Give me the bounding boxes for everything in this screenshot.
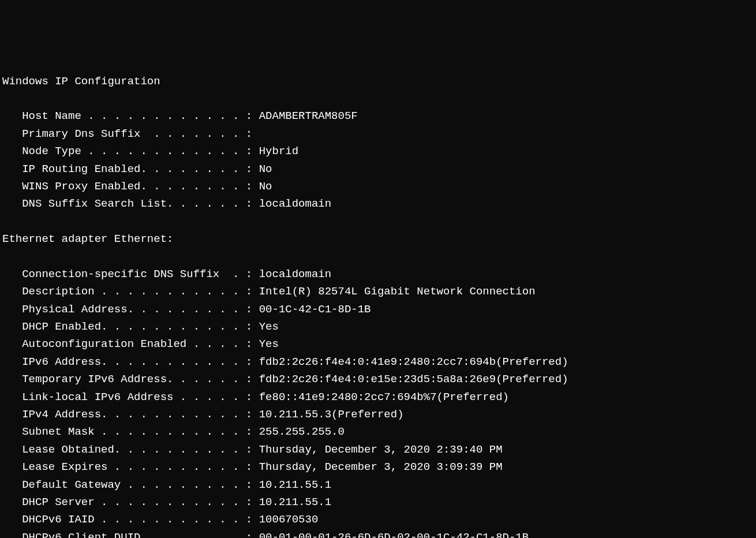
field-label: Link-local IPv6 Address . . . . . : bbox=[2, 391, 259, 404]
field-label: Lease Expires . . . . . . . . . . : bbox=[2, 461, 259, 473]
field-label: Node Type . . . . . . . . . . . . : bbox=[2, 145, 259, 158]
host-name-value: ADAMBERTRAM805F bbox=[259, 110, 358, 122]
field-label: DHCPv6 Client DUID. . . . . . . . : bbox=[2, 531, 259, 538]
field-label: Physical Address. . . . . . . . . : bbox=[2, 303, 259, 316]
field-label: Host Name . . . . . . . . . . . . : bbox=[2, 110, 259, 122]
dhcpv6-iaid-value: 100670530 bbox=[259, 513, 319, 526]
lease-obtained-value: Thursday, December 3, 2020 2:39:40 PM bbox=[259, 443, 503, 456]
lease-expires-value: Thursday, December 3, 2020 3:09:39 PM bbox=[259, 461, 503, 473]
field-label: DHCPv6 IAID . . . . . . . . . . . : bbox=[2, 513, 259, 526]
field-label: DNS Suffix Search List. . . . . . : bbox=[2, 197, 259, 210]
field-label: DHCP Server . . . . . . . . . . . : bbox=[2, 496, 259, 509]
field-label: WINS Proxy Enabled. . . . . . . . : bbox=[2, 180, 259, 193]
ip-routing-enabled-value: No bbox=[259, 163, 272, 175]
dhcp-enabled-value: Yes bbox=[259, 320, 279, 333]
field-label: IPv4 Address. . . . . . . . . . . : bbox=[2, 408, 259, 421]
field-label: DHCP Enabled. . . . . . . . . . . : bbox=[2, 320, 259, 333]
ipv6-address-value: fdb2:2c26:f4e4:0:41e9:2480:2cc7:694b(Pre… bbox=[259, 356, 568, 368]
subnet-mask-value: 255.255.255.0 bbox=[259, 425, 345, 438]
dhcpv6-client-duid-value: 00-01-00-01-26-6D-6D-02-00-1C-42-C1-8D-1… bbox=[259, 531, 529, 538]
field-label: IPv6 Address. . . . . . . . . . . : bbox=[2, 356, 259, 368]
field-label: Temporary IPv6 Address. . . . . . : bbox=[2, 373, 259, 386]
dhcp-server-value: 10.211.55.1 bbox=[259, 496, 331, 509]
field-label: IP Routing Enabled. . . . . . . . : bbox=[2, 163, 259, 175]
dns-suffix-search-list-value: localdomain bbox=[259, 197, 331, 210]
conn-dns-suffix-value: localdomain bbox=[259, 268, 331, 281]
section-title-ethernet: Ethernet adapter Ethernet: bbox=[2, 233, 173, 245]
ipv4-address-value: 10.211.55.3(Preferred) bbox=[259, 408, 404, 421]
node-type-value: Hybrid bbox=[259, 145, 298, 158]
physical-address-value: 00-1C-42-C1-8D-1B bbox=[259, 303, 371, 316]
field-label: Subnet Mask . . . . . . . . . . . : bbox=[2, 425, 259, 438]
field-label: Connection-specific DNS Suffix . : bbox=[2, 268, 259, 281]
default-gateway-value: 10.211.55.1 bbox=[259, 479, 331, 491]
description-value: Intel(R) 82574L Gigabit Network Connecti… bbox=[259, 285, 536, 298]
temp-ipv6-address-value: fdb2:2c26:f4e4:0:e15e:23d5:5a8a:26e9(Pre… bbox=[259, 373, 568, 386]
field-label: Description . . . . . . . . . . . : bbox=[2, 285, 259, 298]
link-local-ipv6-value: fe80::41e9:2480:2cc7:694b%7(Preferred) bbox=[259, 391, 509, 404]
field-label: Primary Dns Suffix . . . . . . . : bbox=[2, 128, 252, 140]
section-title-ipconfig: Windows IP Configuration bbox=[2, 75, 160, 88]
wins-proxy-enabled-value: No bbox=[259, 180, 272, 193]
field-label: Default Gateway . . . . . . . . . : bbox=[2, 479, 259, 491]
field-label: Autoconfiguration Enabled . . . . : bbox=[2, 338, 259, 350]
field-label: Lease Obtained. . . . . . . . . . : bbox=[2, 443, 259, 456]
autoconfig-enabled-value: Yes bbox=[259, 338, 279, 350]
